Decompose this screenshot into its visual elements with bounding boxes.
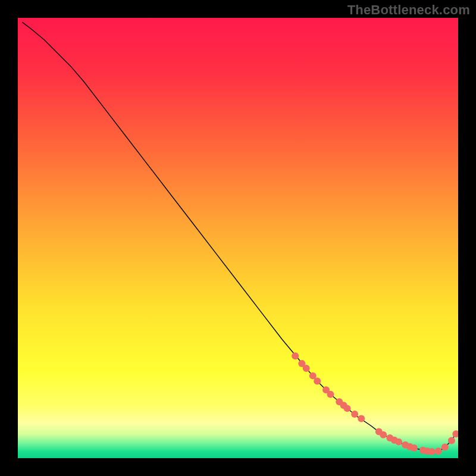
data-marker (395, 439, 402, 446)
gradient-background (18, 18, 458, 458)
data-marker (441, 444, 449, 451)
plot-area (18, 18, 458, 458)
data-marker (292, 352, 299, 359)
data-marker (448, 437, 455, 444)
data-marker (428, 448, 436, 455)
data-marker (344, 405, 351, 412)
data-marker (358, 415, 365, 422)
data-marker (435, 447, 442, 455)
data-marker (303, 365, 310, 372)
chart-frame: TheBottleneck.com (0, 0, 476, 476)
data-marker (327, 391, 334, 398)
data-marker (380, 431, 387, 439)
data-marker (351, 411, 358, 418)
data-marker (411, 444, 418, 452)
data-marker (314, 378, 321, 385)
watermark-text: TheBottleneck.com (347, 2, 470, 18)
